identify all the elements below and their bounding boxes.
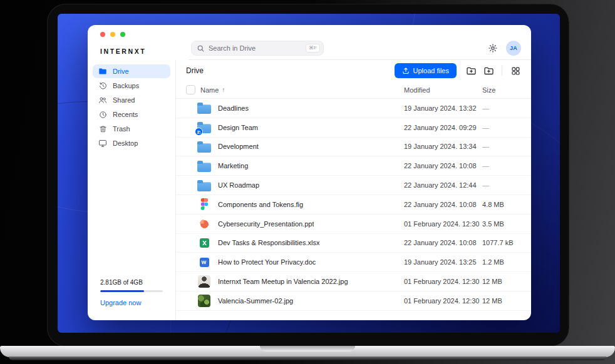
file-modified: 01 February 2024. 12:30 [404, 297, 482, 305]
table-row[interactable]: Dev Tasks & Responsibilities.xlsx 22 Jan… [176, 234, 531, 253]
sidebar: Drive Backups Shared Recents Trash Deskt… [88, 60, 176, 320]
folder-icon [98, 67, 107, 76]
window-topbar: INTERNXT Search in Drive ⌘F JA [88, 25, 531, 60]
grid-view-icon[interactable] [510, 65, 521, 76]
shared-folder-icon [197, 124, 211, 133]
upload-folder-icon[interactable] [465, 65, 477, 76]
topbar-right: Search in Drive ⌘F JA [189, 25, 531, 60]
file-size: — [482, 124, 521, 131]
topbar-left: INTERNXT [88, 25, 189, 60]
backup-icon [98, 81, 107, 90]
storage-progress-fill [100, 290, 144, 292]
search-shortcut-badge: ⌘F [306, 44, 320, 53]
column-header-size[interactable]: Size [482, 86, 521, 94]
storage-progress-bar [100, 290, 163, 292]
folder-icon [197, 182, 211, 191]
file-modified: 22 January 2024. 10:08 [404, 162, 482, 169]
laptop-base-notch [260, 346, 355, 351]
file-name: Deadlines [218, 104, 249, 112]
clock-icon [98, 110, 107, 119]
table-row[interactable]: Design Team 22 January 2024. 09:29 — [176, 118, 531, 138]
file-modified: 19 January 2024. 13:32 [404, 104, 482, 112]
table-header: Name ↑ Modified Size [176, 81, 531, 99]
sidebar-item-backups[interactable]: Backups [93, 79, 170, 93]
settings-gear-icon[interactable] [487, 43, 499, 54]
file-list: Deadlines 19 January 2024. 13:32 — Desig… [176, 99, 531, 320]
photo-thumbnail [198, 295, 210, 307]
sidebar-item-trash[interactable]: Trash [93, 122, 170, 136]
select-all-checkbox[interactable] [186, 85, 195, 94]
file-modified: 22 January 2024. 10:08 [404, 201, 482, 208]
storage-section: 2.81GB of 4GB Upgrade now [88, 279, 175, 320]
upload-files-button[interactable]: Upload files [395, 63, 457, 78]
table-row[interactable]: Internxt Team Meetup in Valencia 2022.jp… [176, 272, 531, 291]
sidebar-item-label: Desktop [113, 139, 138, 147]
file-size: — [482, 143, 521, 150]
column-header-modified[interactable]: Modified [404, 86, 482, 94]
table-row[interactable]: Deadlines 19 January 2024. 13:32 — [176, 99, 531, 118]
folder-icon [197, 143, 211, 153]
file-name: Valencia-Summer-02.jpg [218, 297, 293, 305]
excel-file-icon [199, 238, 210, 248]
table-row[interactable]: Components and Tokens.fig 22 January 202… [176, 195, 531, 215]
photo-thumbnail [198, 275, 210, 288]
file-name: UX Roadmap [218, 181, 259, 189]
file-name: Components and Tokens.fig [218, 201, 303, 208]
sort-ascending-icon: ↑ [222, 86, 225, 93]
upload-icon [402, 67, 410, 74]
file-name: Development [218, 143, 259, 150]
sidebar-item-recents[interactable]: Recents [93, 108, 170, 121]
file-modified: 01 February 2024. 12:30 [404, 220, 482, 228]
table-row[interactable]: Cybersecurity_Presentation.ppt 01 Februa… [176, 215, 531, 234]
folder-icon [197, 163, 211, 172]
desktop-icon [98, 139, 107, 148]
traffic-lights [100, 32, 125, 37]
minimize-window-button[interactable] [110, 32, 115, 37]
upload-files-label: Upload files [413, 67, 449, 74]
file-size: 3.5 MB [482, 220, 521, 228]
file-modified: 19 January 2024. 13:25 [404, 258, 482, 266]
avatar[interactable]: JA [506, 41, 521, 56]
sidebar-item-shared[interactable]: Shared [93, 93, 170, 107]
file-modified: 19 January 2024. 13:34 [404, 143, 482, 150]
table-row[interactable]: Development 19 January 2024. 13:34 — [176, 138, 531, 157]
zoom-window-button[interactable] [120, 32, 125, 37]
table-row[interactable]: Valencia-Summer-02.jpg 01 February 2024.… [176, 291, 531, 311]
app-window: INTERNXT Search in Drive ⌘F JA [88, 25, 531, 320]
table-row[interactable]: UX Roadmap 22 January 2024. 12:44 — [176, 176, 531, 195]
sidebar-item-drive[interactable]: Drive [93, 64, 170, 78]
sidebar-item-label: Trash [113, 125, 130, 133]
file-name: Design Team [218, 124, 258, 131]
sidebar-item-desktop[interactable]: Desktop [93, 136, 170, 150]
column-header-name[interactable]: Name ↑ [200, 86, 404, 94]
sidebar-nav: Drive Backups Shared Recents Trash Deskt… [88, 64, 175, 151]
sidebar-item-label: Recents [113, 111, 138, 118]
file-name: Internxt Team Meetup in Valencia 2022.jp… [218, 278, 348, 285]
search-input[interactable]: Search in Drive ⌘F [191, 41, 324, 56]
folder-icon [197, 104, 211, 114]
search-placeholder: Search in Drive [209, 44, 302, 52]
drive-toolbar: Drive Upload files [176, 60, 531, 81]
toolbar-divider [502, 66, 502, 76]
upgrade-now-link[interactable]: Upgrade now [100, 299, 163, 306]
close-window-button[interactable] [100, 32, 105, 37]
shared-badge-icon [195, 128, 203, 136]
toolbar-actions: Upload files [395, 63, 521, 78]
table-row[interactable]: How to Protect Your Privacy.doc 19 Janua… [176, 253, 531, 272]
create-folder-icon[interactable] [483, 65, 494, 76]
desktop-wallpaper: INTERNXT Search in Drive ⌘F JA [58, 14, 560, 333]
laptop-lid: INTERNXT Search in Drive ⌘F JA [47, 4, 569, 346]
powerpoint-file-icon [199, 218, 210, 230]
topbar-actions: JA [487, 41, 521, 56]
file-size: 12 MB [482, 278, 521, 285]
file-name: Marketing [218, 162, 248, 169]
file-size: 1.2 MB [482, 258, 521, 266]
people-icon [98, 96, 107, 104]
file-size: — [482, 104, 521, 112]
word-file-icon [199, 257, 210, 268]
trash-icon [98, 124, 107, 133]
table-row[interactable]: Marketing 22 January 2024. 10:08 — [176, 156, 531, 176]
file-name: Dev Tasks & Responsibilities.xlsx [218, 239, 319, 246]
file-modified: 22 January 2024. 10:08 [404, 239, 482, 246]
file-name: Cybersecurity_Presentation.ppt [218, 220, 314, 228]
